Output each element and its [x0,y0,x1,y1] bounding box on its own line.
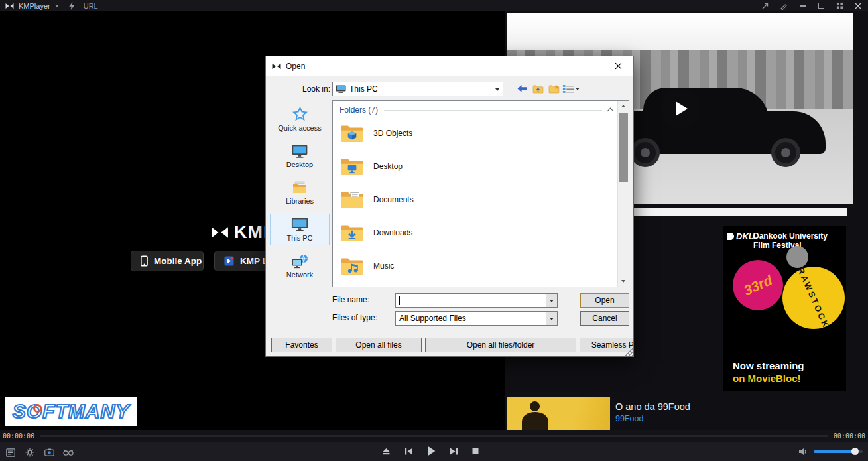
up-one-level-button[interactable] [531,82,545,96]
left-tools [5,447,74,458]
place-libraries[interactable]: Libraries [270,177,330,208]
folders-group-label: Folders (7) [340,105,378,115]
dialog-titlebar[interactable]: Open [266,56,633,76]
close-button[interactable] [853,1,863,11]
layout-grid-icon[interactable] [835,1,844,11]
url-button[interactable]: URL [84,2,98,10]
play-overlay-button[interactable] [660,89,700,129]
desktop-icon [291,144,308,159]
settings-button[interactable] [25,447,35,458]
minimize-button[interactable] [798,1,807,11]
file-name-combo[interactable] [395,293,558,308]
kmplayer-logo-icon [211,226,229,239]
seek-bar[interactable] [40,435,828,437]
camera-icon [44,448,54,456]
news-thumbnail[interactable] [507,397,610,430]
folder-name: Downloads [373,228,412,237]
chevron-down-icon[interactable] [55,5,59,7]
ad-gray-circle [786,246,808,268]
cancel-button[interactable]: Cancel [580,311,629,326]
folder-item-downloads[interactable]: Downloads [333,216,629,249]
eject-button[interactable] [381,446,391,456]
files-of-type-label: Files of type: [332,313,377,322]
folder-item-documents[interactable]: Documents [333,183,629,216]
dialog-bottom-buttons: Favorites Open all files Open all files/… [266,338,633,352]
caret-down-icon [495,88,499,91]
previous-button[interactable] [404,447,414,456]
text-cursor [399,296,400,305]
place-network[interactable]: Network [270,251,330,282]
view-menu-button[interactable] [562,82,580,96]
speaker-icon [798,448,808,456]
folder-music-icon [340,256,365,276]
mobile-app-button[interactable]: Mobile App [131,251,204,271]
playlist-button[interactable] [5,447,16,458]
playlist-icon [6,448,15,457]
volume-knob[interactable] [851,448,859,455]
pin-icon[interactable] [761,1,770,11]
maximize-button[interactable] [816,1,826,11]
news-title[interactable]: O ano da 99Food [615,401,690,412]
folder-name: 3D Objects [373,129,412,138]
next-button[interactable] [449,447,459,456]
kmplayer-logo-icon [5,3,14,9]
scroll-down-button[interactable] [618,276,629,287]
folder-item-3d-objects[interactable]: 3D Objects [333,117,629,150]
caret-down-icon [550,318,554,320]
gear-icon [25,448,34,457]
this-pc-icon [290,217,309,232]
softmany-watermark: SOFTMANY [5,397,137,426]
3d-glasses-button[interactable] [63,447,74,458]
collapse-chevron-icon[interactable] [607,108,614,115]
pen-icon[interactable] [779,1,788,11]
scroll-up-button[interactable] [618,101,629,111]
place-label: Libraries [286,197,314,205]
file-name-arrow-button[interactable] [546,294,557,307]
news-silhouette [522,412,548,430]
back-button[interactable] [515,82,529,96]
scroll-thumb[interactable] [619,113,628,182]
favorites-button[interactable]: Favorites [271,338,332,352]
play-button[interactable] [426,446,436,456]
eject-icon [381,446,391,456]
news-source-link[interactable]: 99Food [615,414,690,423]
folder-item-music[interactable]: Music [333,249,629,283]
look-in-arrow-button[interactable] [491,82,503,96]
open-all-files-button[interactable]: Open all files [336,338,422,352]
seamless-play-button[interactable]: Seamless Play [580,338,634,352]
file-name-input[interactable] [396,295,546,306]
folders-group-header[interactable]: Folders (7) [333,101,629,117]
dialog-title: Open [286,62,305,71]
ad-banner[interactable]: DKU Dankook University Film Festival 33r… [723,226,846,391]
caret-down-icon [550,300,554,302]
dku-logo-icon [727,233,734,240]
ad-33rd-text: 33rd [741,272,775,298]
place-label: Network [286,271,313,279]
titlebar[interactable]: KMPlayer URL [0,0,868,11]
capture-button[interactable] [44,447,54,458]
volume-slider[interactable] [814,450,863,453]
files-of-type-arrow-button[interactable] [546,312,557,325]
previous-icon [404,447,414,456]
dku-logo-text: DKU [736,231,755,241]
control-bar [0,442,868,461]
dialog-kmp-icon [272,63,281,70]
open-button[interactable]: Open [580,293,629,308]
ad-rawstock-text: RAWSTOCK [796,265,832,330]
list-scrollbar[interactable] [617,101,629,287]
titlebar-buttons [761,1,863,11]
dialog-close-button[interactable] [603,56,633,76]
place-desktop[interactable]: Desktop [270,141,330,172]
open-all-files-folder-button[interactable]: Open all files/folder [425,338,576,352]
new-folder-button[interactable] [547,82,561,96]
mute-button[interactable] [798,448,808,456]
look-in-dropdown[interactable]: This PC [332,82,503,96]
stop-button[interactable] [471,447,479,455]
ad-pink-badge: 33rd [733,260,783,310]
files-of-type-dropdown[interactable]: All Supported Files [395,311,558,326]
folder-item-desktop[interactable]: Desktop [333,150,629,183]
place-quick-access[interactable]: Quick access [270,103,330,135]
news-item[interactable]: O ano da 99Food 99Food [505,397,868,430]
lightning-icon[interactable] [69,2,75,10]
place-this-pc[interactable]: This PC [270,214,330,245]
